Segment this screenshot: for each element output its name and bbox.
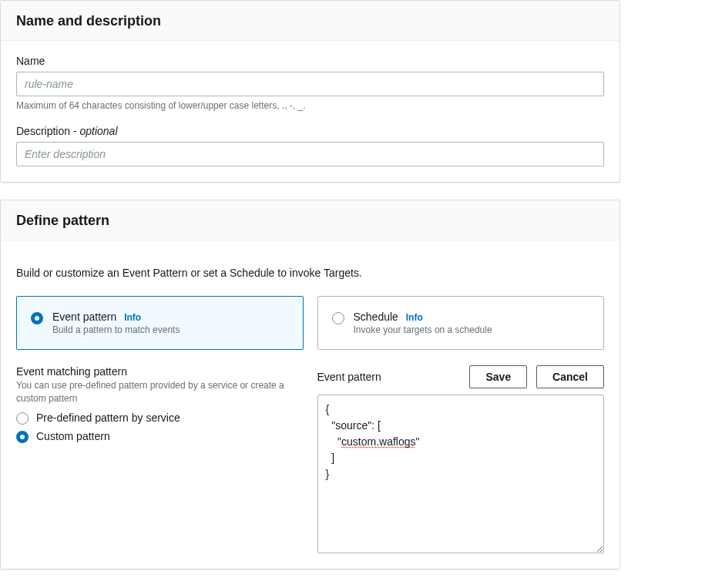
event-pattern-buttons: Save Cancel bbox=[469, 365, 604, 388]
description-label: Description - optional bbox=[16, 125, 604, 137]
name-label: Name bbox=[16, 55, 604, 67]
option-text: Event pattern Info Build a pattern to ma… bbox=[52, 311, 289, 335]
description-label-optional: optional bbox=[79, 125, 117, 137]
event-matching-help: You can use pre-defined pattern provided… bbox=[16, 379, 304, 405]
name-description-panel: Name and description Name Maximum of 64 … bbox=[0, 0, 620, 183]
description-label-prefix: Description - bbox=[16, 125, 79, 137]
radio-label: Custom pattern bbox=[36, 430, 110, 442]
schedule-option[interactable]: Schedule Info Invoke your targets on a s… bbox=[317, 296, 605, 350]
name-input[interactable] bbox=[16, 72, 604, 96]
event-pattern-title: Event pattern bbox=[317, 371, 381, 383]
event-pattern-column: Event pattern Save Cancel { "source": [ … bbox=[317, 365, 605, 553]
description-field-block: Description - optional bbox=[16, 125, 604, 166]
panel-body: Build or customize an Event Pattern or s… bbox=[1, 240, 619, 569]
panel-header: Name and description bbox=[1, 1, 619, 41]
code-line: } bbox=[326, 468, 330, 480]
code-line: " bbox=[326, 435, 342, 448]
description-input[interactable] bbox=[16, 142, 604, 166]
name-help-text: Maximum of 64 charactes consisting of lo… bbox=[16, 99, 604, 113]
name-field-block: Name Maximum of 64 charactes consisting … bbox=[16, 55, 604, 113]
event-matching-title: Event matching pattern bbox=[16, 365, 304, 378]
lower-row: Event matching pattern You can use pre-d… bbox=[16, 365, 604, 553]
option-title: Schedule bbox=[354, 311, 398, 323]
code-line: " bbox=[416, 435, 420, 448]
radio-icon bbox=[332, 312, 344, 324]
pattern-type-options: Event pattern Info Build a pattern to ma… bbox=[16, 296, 604, 350]
radio-icon bbox=[16, 431, 29, 443]
code-line: ] bbox=[326, 452, 335, 464]
panel-title: Name and description bbox=[16, 13, 604, 29]
radio-icon bbox=[31, 312, 43, 324]
option-subtitle: Invoke your targets on a schedule bbox=[354, 324, 590, 335]
define-pattern-panel: Define pattern Build or customize an Eve… bbox=[0, 200, 620, 570]
panel-body: Name Maximum of 64 charactes consisting … bbox=[1, 41, 619, 182]
define-pattern-description: Build or customize an Event Pattern or s… bbox=[16, 267, 604, 279]
event-matching-column: Event matching pattern You can use pre-d… bbox=[16, 365, 304, 449]
option-title-line: Schedule Info bbox=[354, 311, 590, 323]
panel-header: Define pattern bbox=[1, 200, 619, 240]
panel-title: Define pattern bbox=[16, 213, 604, 229]
option-text: Schedule Info Invoke your targets on a s… bbox=[354, 311, 590, 335]
cancel-button[interactable]: Cancel bbox=[536, 365, 604, 388]
custom-pattern-radio[interactable]: Custom pattern bbox=[16, 429, 304, 443]
info-link[interactable]: Info bbox=[124, 312, 141, 323]
predefined-pattern-radio[interactable]: Pre-defined pattern by service bbox=[16, 411, 304, 425]
code-line: { bbox=[326, 403, 330, 415]
option-title-line: Event pattern Info bbox=[52, 311, 289, 323]
info-link[interactable]: Info bbox=[406, 312, 423, 323]
radio-label: Pre-defined pattern by service bbox=[36, 412, 180, 424]
radio-icon bbox=[16, 412, 29, 425]
event-pattern-option[interactable]: Event pattern Info Build a pattern to ma… bbox=[16, 296, 304, 350]
code-line: "source": [ bbox=[326, 419, 381, 432]
event-pattern-code-input[interactable]: { "source": [ "custom.waflogs" ] } bbox=[317, 395, 605, 553]
code-spell-segment: custom.waflogs bbox=[341, 435, 415, 448]
event-pattern-header: Event pattern Save Cancel bbox=[317, 365, 605, 388]
save-button[interactable]: Save bbox=[469, 365, 527, 388]
option-title: Event pattern bbox=[52, 311, 116, 323]
option-subtitle: Build a pattern to match events bbox=[52, 324, 289, 335]
